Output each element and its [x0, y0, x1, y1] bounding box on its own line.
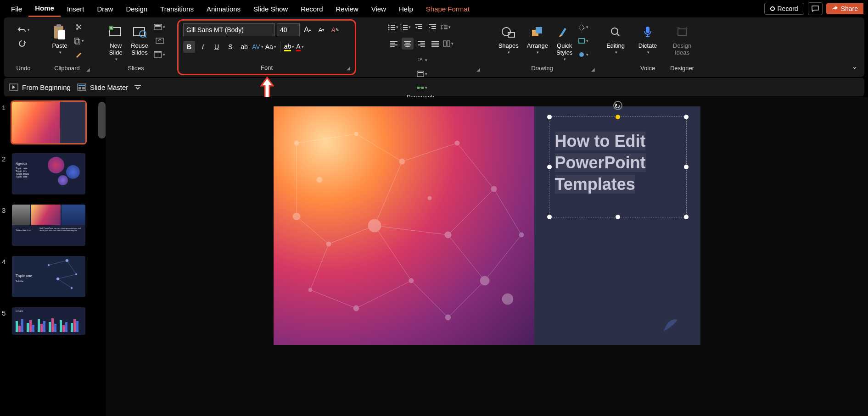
title-text-box[interactable]: ↻ How to Edit PowerPoint Templates [549, 116, 687, 217]
char-spacing-button[interactable]: AV▾ [252, 41, 263, 53]
tab-record[interactable]: Record [294, 1, 329, 17]
tab-review[interactable]: Review [330, 1, 365, 17]
editing-button[interactable]: Editing▾ [604, 21, 627, 56]
slide-thumbnail-1[interactable]: How to Edit PowerPoint Templates [12, 102, 85, 143]
layout-button[interactable]: ▾ [154, 21, 166, 33]
svg-point-129 [455, 141, 459, 145]
numbering-button[interactable]: 123▾ [400, 21, 411, 33]
tab-design[interactable]: Design [119, 1, 154, 17]
slide-thumbnail-2[interactable]: Agenda Topic oneTopic twoTopic threeTopi… [12, 153, 85, 194]
slide-master-button[interactable]: Slide Master [77, 83, 128, 91]
resize-handle[interactable] [684, 215, 689, 219]
tab-home[interactable]: Home [28, 0, 61, 17]
resize-handle[interactable] [547, 115, 552, 119]
strikethrough-button[interactable]: ab [238, 41, 250, 53]
decrease-font-button[interactable]: A▾ [315, 24, 327, 36]
scrollbar[interactable] [98, 102, 106, 139]
justify-button[interactable] [429, 38, 441, 50]
italic-button[interactable]: I [197, 41, 209, 53]
smartart-button[interactable]: ▾ [417, 82, 427, 94]
svg-rect-102 [73, 319, 76, 332]
resize-handle[interactable] [547, 215, 552, 219]
resize-handle[interactable] [616, 215, 620, 219]
line-spacing-button[interactable]: ▾ [440, 21, 451, 33]
customize-qat-button[interactable] [134, 84, 141, 90]
align-left-button[interactable] [388, 38, 400, 50]
shape-effects-button[interactable]: ▾ [578, 49, 588, 61]
paste-label: Paste [52, 42, 67, 49]
design-ideas-button[interactable]: Design Ideas [670, 21, 694, 58]
format-painter-button[interactable] [73, 49, 85, 61]
tab-animations[interactable]: Animations [200, 1, 247, 17]
decorative-shape [659, 313, 682, 336]
share-button[interactable]: Share [826, 3, 863, 14]
shapes-button[interactable]: Shapes▾ [496, 21, 521, 56]
increase-font-button[interactable]: A▴ [302, 24, 314, 36]
slide-canvas-area[interactable]: ↻ How to Edit PowerPoint Templates [106, 97, 868, 416]
svg-rect-75 [82, 87, 85, 89]
font-name-input[interactable] [183, 23, 275, 36]
new-slide-button[interactable]: New Slide ▾ [106, 21, 125, 63]
svg-line-112 [448, 189, 494, 235]
dictate-button[interactable]: Dictate▾ [636, 21, 660, 56]
resize-handle[interactable] [616, 115, 620, 119]
columns-button[interactable]: ▾ [443, 38, 454, 50]
align-right-button[interactable] [415, 38, 427, 50]
dialog-launcher[interactable]: ◢ [86, 67, 93, 73]
bullets-button[interactable]: ▾ [388, 21, 398, 33]
slide-thumbnails-panel[interactable]: 1 How to Edit PowerPoint Templates 2 Age… [0, 97, 106, 416]
svg-point-124 [354, 132, 358, 136]
underline-button[interactable]: U [211, 41, 223, 53]
resize-handle[interactable] [684, 115, 689, 119]
from-beginning-button[interactable]: From Beginning [9, 83, 71, 91]
tab-insert[interactable]: Insert [61, 1, 91, 17]
increase-indent-button[interactable] [426, 21, 438, 33]
undo-button[interactable]: ▾ [17, 24, 30, 36]
reset-button[interactable] [154, 35, 166, 47]
font-size-input[interactable] [277, 23, 300, 36]
title-text[interactable]: How to Edit PowerPoint Templates [549, 117, 686, 209]
align-text-button[interactable]: ▾ [417, 68, 427, 80]
tab-shape-format[interactable]: Shape Format [420, 1, 476, 17]
align-center-button[interactable] [402, 38, 414, 50]
copy-button[interactable]: ▾ [73, 35, 85, 47]
decrease-indent-button[interactable] [413, 21, 425, 33]
dialog-launcher[interactable]: ◢ [591, 67, 598, 73]
comments-button[interactable] [808, 2, 823, 15]
tab-view[interactable]: View [365, 1, 392, 17]
text-direction-button[interactable]: ↕A▾ [417, 54, 427, 66]
shape-fill-button[interactable]: ▾ [578, 21, 588, 33]
svg-point-67 [579, 52, 584, 57]
dialog-launcher[interactable]: ◢ [347, 66, 353, 72]
reuse-slides-button[interactable]: Reuse Slides [128, 21, 151, 58]
slide-thumbnail-4[interactable]: Topic one Subtitle [12, 256, 85, 297]
resize-handle[interactable] [684, 165, 689, 169]
resize-handle[interactable] [547, 165, 552, 169]
slide-canvas[interactable]: ↻ How to Edit PowerPoint Templates [274, 106, 700, 345]
paste-button[interactable]: Paste ▾ [49, 21, 70, 56]
tab-help[interactable]: Help [392, 1, 420, 17]
record-button[interactable]: Record [764, 3, 804, 15]
slide-thumbnail-5[interactable]: Chart [12, 307, 85, 335]
section-button[interactable]: ▾ [154, 49, 166, 61]
change-case-button[interactable]: Aa▾ [265, 41, 276, 53]
tab-draw[interactable]: Draw [90, 1, 119, 17]
cut-button[interactable] [73, 21, 85, 33]
rotate-handle[interactable]: ↻ [613, 101, 622, 110]
highlight-button[interactable]: ab▾ [284, 41, 295, 53]
slide-thumbnail-3[interactable]: Introduction With PowerPoint you can cre… [12, 205, 85, 246]
svg-rect-59 [418, 72, 423, 73]
shape-outline-button[interactable]: ▾ [578, 35, 588, 47]
bold-button[interactable]: B [183, 41, 195, 53]
quick-styles-button[interactable]: Quick Styles▾ [554, 21, 575, 63]
arrange-button[interactable]: Arrange▾ [524, 21, 551, 56]
collapse-ribbon-button[interactable]: ⌄ [849, 61, 861, 72]
font-color-button[interactable]: A▾ [296, 41, 303, 53]
redo-button[interactable] [17, 38, 29, 50]
shadow-button[interactable]: S [224, 41, 236, 53]
dialog-launcher[interactable]: ◢ [476, 67, 483, 73]
tab-transitions[interactable]: Transitions [154, 1, 200, 17]
clear-formatting-button[interactable]: A✎ [329, 24, 341, 36]
tab-slideshow[interactable]: Slide Show [247, 1, 294, 17]
tab-file[interactable]: File [5, 1, 28, 17]
